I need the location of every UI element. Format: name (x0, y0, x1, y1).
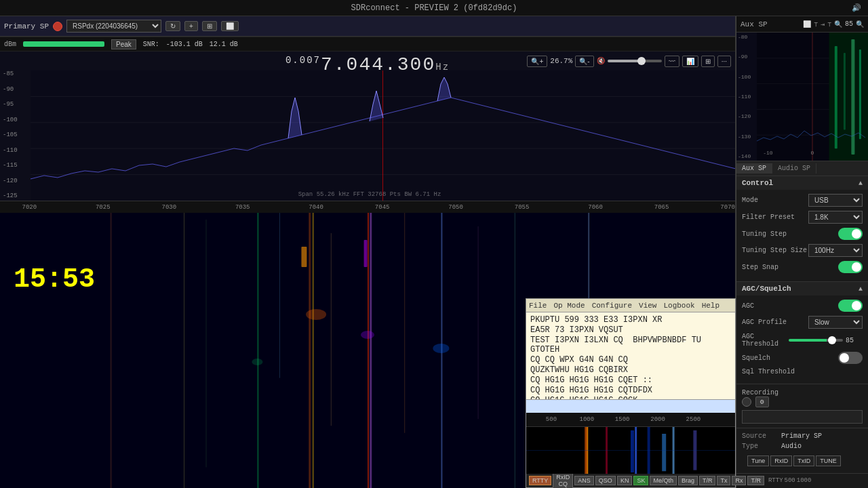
ans-btn[interactable]: ANS (574, 476, 594, 485)
svg-rect-18 (404, 213, 405, 433)
svg-rect-20 (279, 213, 280, 378)
bottom-freq-axis: 500 1000 1500 2000 2500 (526, 413, 735, 426)
aux-monitor-icon[interactable]: ⬜ (803, 20, 811, 28)
svg-rect-17 (206, 220, 207, 467)
txid-button[interactable]: TxID (793, 455, 814, 466)
grid-button[interactable]: ⊞ (202, 21, 217, 31)
filter-row: Filter Preset 1.8K 2.4K 3.0K (742, 211, 863, 224)
step-snap-knob (852, 262, 861, 272)
aux-settings-icon[interactable]: ⊤ (827, 20, 831, 28)
kn-btn[interactable]: KN (617, 476, 633, 485)
menu-file[interactable]: File (529, 302, 547, 310)
snr-value: 12.1 dB (210, 41, 238, 48)
svg-rect-51 (662, 434, 666, 471)
svg-rect-19 (478, 226, 479, 419)
svg-rect-13 (184, 213, 184, 488)
rtty-input[interactable] (526, 400, 735, 413)
tab-audio-sp[interactable]: Audio SP (772, 163, 816, 174)
dbm-axis: -85 -90 -95 -100 -105 -110 -115 -120 -12… (0, 70, 31, 199)
aux-forward-icon[interactable]: ⇥ (821, 20, 825, 28)
msg-line-3: TEST I3PXN I3LXN CQ BHPVWPBNBDF TU GTOTE… (530, 336, 731, 354)
svg-rect-41 (844, 53, 846, 129)
tr2-btn[interactable]: T/R (747, 476, 764, 485)
volume-icon: 🔊 (852, 3, 861, 12)
aux-search-icon[interactable]: 🔍 (834, 20, 842, 28)
right-panel: Aux SP ⬜ ⊤ ⇥ ⊤ 🔍 85 🔍 -80 -90 -100 -110 … (736, 16, 868, 488)
menu-help[interactable]: Help (702, 302, 719, 310)
menu-configure[interactable]: Configure (592, 302, 632, 310)
qso-btn[interactable]: QSO (595, 476, 616, 485)
menu-view[interactable]: View (639, 302, 656, 310)
title-bar: SDRconnect - PREVIEW 2 (0fd82d9dc) 🔊 (0, 0, 868, 16)
agc-section-header[interactable]: AGC/Squelch ▲ (736, 282, 868, 296)
agc-threshold-row: AGC Threshold 85 (742, 333, 863, 348)
rtty-btn[interactable]: RTTY (529, 476, 551, 485)
rxid-button[interactable]: RxID (770, 455, 792, 466)
squelch-toggle[interactable] (838, 352, 863, 364)
source-type-label: Source (742, 432, 776, 440)
rx-btn[interactable]: Rx (732, 476, 746, 485)
stop-button[interactable] (53, 22, 62, 31)
svg-rect-21 (331, 233, 332, 426)
more-button[interactable]: ··· (717, 56, 731, 67)
recording-bar (742, 410, 863, 424)
aux-tabs: Aux SP Audio SP (736, 161, 868, 176)
bottom-toolbar: RTTY RxID CQ ANS QSO KN SK Me/Qth Brag T… (526, 474, 735, 487)
svg-rect-43 (859, 49, 861, 139)
tune2-button[interactable]: TUNE (816, 455, 841, 466)
waveform-button[interactable]: 〰 (665, 56, 679, 67)
rtty-menubar: File Op Mode Configure View Logbook Help (526, 299, 735, 312)
device-select[interactable]: RSPdx (2204036645) (66, 20, 161, 33)
tx-btn[interactable]: Tx (717, 476, 730, 485)
agc-profile-select[interactable]: Slow Medium Fast (808, 316, 863, 329)
tab-aux-sp[interactable]: Aux SP (736, 163, 772, 174)
rec-settings-button[interactable]: ⚙ (755, 396, 769, 407)
menu-logbook[interactable]: Logbook (663, 302, 694, 310)
freq-2000: 2000 (650, 416, 665, 423)
aux-filter-icon[interactable]: ⊤ (814, 20, 818, 28)
step-snap-toggle[interactable] (838, 261, 863, 273)
snr-bar: dBm Peak SNR: -103.1 dB 12.1 dB (0, 37, 735, 52)
control-title: Control (742, 179, 773, 187)
spectrum-canvas: Span 55.26 kHz FFT 32768 Pts BW 6.71 Hz (31, 70, 735, 201)
aux-zoom-out-icon[interactable]: 🔍 (856, 20, 864, 28)
tune-button[interactable]: Tune (747, 455, 769, 466)
record-button[interactable] (742, 397, 751, 407)
control-section-header[interactable]: Control ▲ (736, 176, 868, 190)
filter-select[interactable]: 1.8K 2.4K 3.0K (808, 211, 863, 224)
msg-line-1: PKUPTU 599 333 E33 I3PXN XR (530, 315, 731, 325)
rxid-cq-btn[interactable]: RxID CQ (553, 472, 573, 488)
peak-button[interactable]: Peak (111, 39, 136, 49)
zoom-out-button[interactable]: 🔍- (575, 56, 593, 67)
meqth-btn[interactable]: Me/Qth (650, 476, 677, 485)
aux-dbm-axis: -80 -90 -100 -110 -120 -130 -140 (736, 33, 757, 161)
svg-rect-22 (301, 247, 307, 267)
message-area[interactable]: PKUPTU 599 333 E33 I3PXN XR EA5R 73 I3PX… (526, 312, 735, 399)
zoom-in-button[interactable]: 🔍+ (527, 56, 547, 67)
spectrum-toolbar: 🔍+ 26.7% 🔍- 🔇 〰 📊 ⊞ ··· (0, 52, 735, 70)
recording-section: Recording ⚙ (736, 384, 868, 428)
tuning-step-toggle[interactable] (838, 228, 863, 240)
menu-opmode[interactable]: Op Mode (553, 302, 585, 310)
squelch-knob (840, 353, 849, 363)
brag-btn[interactable]: Brag (678, 476, 698, 485)
tuning-step-size-select[interactable]: 100Hz 500Hz 1kHz (808, 244, 863, 257)
grid2-button[interactable]: ⊞ (701, 56, 715, 67)
add-button[interactable]: + (184, 21, 198, 31)
monitor-button[interactable]: ⬜ (221, 21, 239, 31)
id-buttons: Tune RxID TxID TUNE (742, 453, 863, 469)
agc-threshold-slider[interactable] (789, 339, 843, 342)
svg-rect-42 (851, 39, 854, 155)
chart-button[interactable]: 📊 (682, 56, 698, 67)
tr-btn[interactable]: T/R (699, 476, 716, 485)
snr-label: SNR: (143, 41, 159, 48)
svg-rect-40 (835, 46, 837, 148)
msg-line-6: CQ HG1G HG1G HG1G CQET :: (530, 375, 731, 385)
volume-slider[interactable] (608, 60, 662, 62)
status-rtty: RTTY (768, 477, 783, 484)
sk-btn[interactable]: SK (633, 476, 648, 485)
agc-toggle[interactable] (838, 300, 863, 312)
mode-select[interactable]: USB LSB AM FM CW (808, 194, 863, 207)
refresh-button[interactable]: ↻ (165, 21, 180, 31)
aux-zoom-val: 85 (845, 20, 853, 28)
